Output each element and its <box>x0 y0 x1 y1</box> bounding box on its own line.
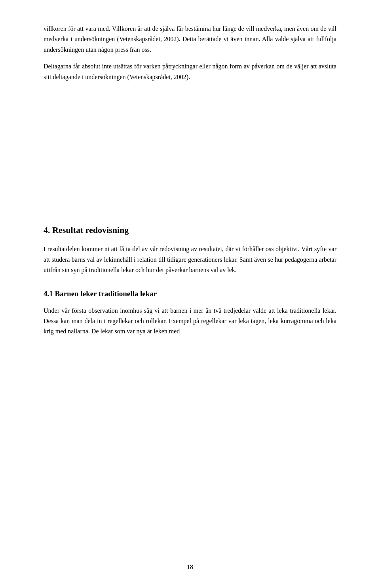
subsection-41-heading: 4.1 Barnen leker traditionella lekar <box>44 288 336 300</box>
page-number: 18 <box>187 562 193 572</box>
paragraph-1: villkoren för att vara med. Villkoren är… <box>44 24 336 55</box>
empty-space <box>44 89 336 223</box>
paragraph-2: Deltagarna får absolut inte utsättas för… <box>44 61 336 82</box>
section-4-heading: 4. Resultat redovisning <box>44 223 336 237</box>
paragraph-3: I resultatdelen kommer ni att få ta del … <box>44 244 336 275</box>
paragraph-4: Under vår första observation inomhus såg… <box>44 306 336 337</box>
page: villkoren för att vara med. Villkoren är… <box>0 0 380 588</box>
